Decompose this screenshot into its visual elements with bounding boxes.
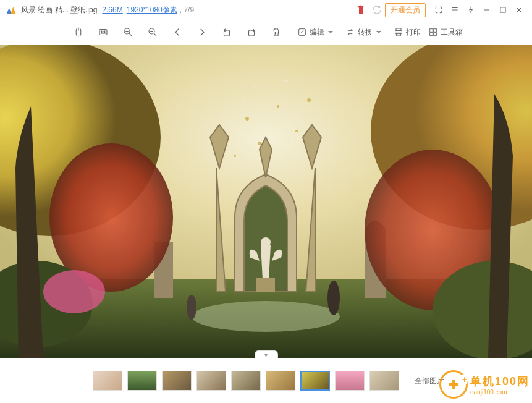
svg-text:1:1: 1:1 [101,30,106,34]
maximize-button[interactable] [495,2,511,18]
file-dimensions[interactable]: 1920*1080像素 [127,5,177,15]
sync-icon[interactable] [371,4,382,15]
thumbnail-2[interactable] [127,371,157,391]
thumbnail-3[interactable] [162,371,192,391]
svg-point-18 [192,301,340,332]
svg-point-34 [258,142,261,145]
svg-point-22 [187,295,196,320]
watermark-icon: ✚ [439,370,468,399]
thumbnail-4[interactable] [196,371,226,391]
zoom-out-button[interactable] [142,23,163,41]
mouse-tool-button[interactable] [68,23,89,41]
titlebar: 风景 绘画 精... 壁纸.jpg 2.66M 1920*1080像素 , 7/… [0,0,532,20]
watermark-en: danji100.com [470,389,530,396]
print-label: 打印 [406,27,421,38]
app-logo [5,4,17,16]
svg-rect-20 [256,278,275,292]
vip-button[interactable]: 开通会员 [385,3,426,17]
toolbox-label: 工具箱 [441,27,463,38]
divider [407,371,407,390]
thumbnail-6[interactable] [266,371,295,391]
zoom-in-button[interactable] [117,23,138,41]
svg-rect-14 [430,33,433,36]
svg-point-28 [43,270,105,313]
thumbnail-1[interactable] [93,371,122,391]
menu-button[interactable] [447,2,463,18]
svg-rect-11 [397,33,401,36]
delete-button[interactable] [266,23,287,41]
svg-point-35 [295,130,298,132]
pin-button[interactable] [463,2,479,18]
thumbnail-9[interactable] [369,371,399,391]
toolbox-button[interactable]: 工具箱 [428,27,463,38]
thumbnail-list [93,371,399,391]
svg-rect-0 [500,7,505,12]
panel-handle[interactable]: ▾ [255,350,278,358]
svg-rect-15 [434,33,437,36]
svg-rect-12 [430,29,433,32]
prev-button[interactable] [167,23,188,41]
rotate-left-button[interactable] [216,23,237,41]
minimize-button[interactable] [479,2,495,18]
displayed-image [0,45,532,358]
convert-button[interactable]: 转换 [345,27,386,38]
fullscreen-button[interactable] [431,2,447,18]
svg-point-33 [277,105,279,108]
toolbar: 1:1 编辑 转换 打印 工具箱 [0,20,532,45]
rotate-right-button[interactable] [241,23,262,41]
svg-point-37 [307,98,311,102]
next-button[interactable] [192,23,213,41]
thumbnail-8[interactable] [335,371,365,391]
watermark-cn: 单机100网 [470,374,530,389]
svg-rect-9 [396,28,401,30]
file-index: , 7/9 [180,6,194,14]
filename: 风景 绘画 精... 壁纸.jpg [21,5,97,15]
thumbnail-5[interactable] [231,371,261,391]
file-size[interactable]: 2.66M [102,6,122,14]
actual-size-button[interactable]: 1:1 [93,23,114,41]
print-button[interactable]: 打印 [394,27,421,38]
image-viewer[interactable]: ▾ [0,45,532,358]
costume-icon[interactable] [355,4,366,15]
svg-rect-13 [434,29,437,32]
close-button[interactable] [511,2,527,18]
convert-label: 转换 [358,27,373,38]
edit-label: 编辑 [310,27,324,38]
edit-button[interactable]: 编辑 [297,27,338,38]
thumbnail-7[interactable] [300,371,330,391]
svg-point-32 [245,117,249,121]
svg-point-36 [234,155,236,157]
watermark: ✚ 单机100网 danji100.com [439,366,532,403]
svg-point-21 [327,281,340,315]
